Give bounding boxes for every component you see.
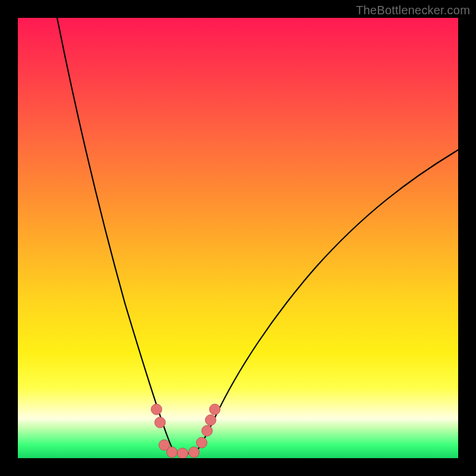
marker-dot bbox=[189, 447, 199, 458]
marker-dot bbox=[205, 415, 216, 425]
marker-dot bbox=[202, 425, 212, 436]
marker-dot bbox=[167, 447, 177, 458]
marker-dot bbox=[209, 404, 220, 415]
marker-dot bbox=[155, 417, 165, 428]
plot-area bbox=[18, 18, 458, 458]
marker-dot bbox=[177, 448, 188, 458]
watermark-text: TheBottlenecker.com bbox=[356, 4, 470, 17]
curve-left-branch bbox=[57, 18, 175, 453]
bottleneck-curve-svg bbox=[18, 18, 458, 458]
marker-dot bbox=[196, 437, 207, 448]
curve-right-branch bbox=[195, 150, 458, 453]
outer-frame: TheBottlenecker.com bbox=[0, 0, 476, 476]
marker-dot bbox=[151, 404, 162, 415]
